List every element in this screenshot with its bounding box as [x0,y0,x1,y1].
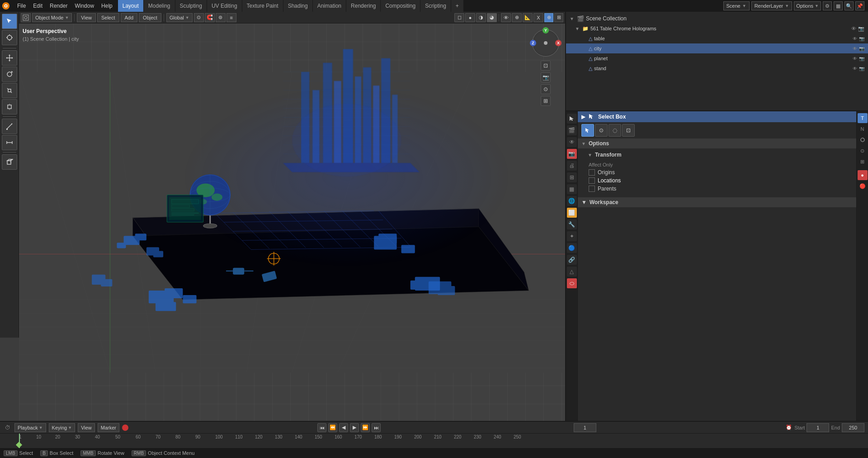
record-button[interactable] [122,425,128,431]
tool-prop-constraints-icon[interactable]: 🔗 [567,255,577,265]
annotate-tool[interactable] [2,119,17,134]
outliner-sci-collection[interactable]: ▼ 📁 561 Table Chrome Holograms 👁 📷 [566,24,868,33]
select-tool[interactable] [2,14,17,29]
options-btn[interactable]: Options ▼ [794,1,821,10]
transform-section-header[interactable]: ▼ Transform [585,150,853,159]
tab-shading[interactable]: Shading [283,0,312,12]
editor-type-icon[interactable]: ⚙ [823,1,832,10]
shelf-icon-5[interactable]: ● [858,170,868,180]
timeline-view-menu[interactable]: View [78,423,95,432]
nav-gizmo[interactable]: X Y Z [530,27,561,59]
planet-render[interactable]: 📷 [859,56,864,61]
shelf-icon-6[interactable]: 🔴 [858,181,868,191]
go-to-start-btn[interactable]: ⏮ [317,423,326,432]
timeline-editor-icon[interactable]: ⏱ [4,424,12,432]
play-btn[interactable]: ▶ [350,423,359,432]
keying-dropdown[interactable]: Keying ▼ [49,423,75,432]
viewport-editor-icon[interactable] [21,13,31,22]
city-render[interactable]: 📷 [859,46,864,51]
tool-prop-view-icon[interactable]: 👁 [567,137,577,147]
proportional-editing-btn[interactable]: ⊚ [216,13,226,22]
start-frame-input[interactable]: 1 [807,423,829,432]
filter-icon[interactable]: 🔍 [844,1,854,10]
step-forward-btn[interactable]: ⏩ [361,423,370,432]
select-box-row[interactable]: ▶ Select Box [578,111,856,122]
tab-sculpting[interactable]: Sculpting [175,0,207,12]
move-tool[interactable] [2,50,17,66]
current-frame-input[interactable]: 1 [574,423,596,432]
tab-modeling[interactable]: Modeling [144,0,175,12]
tool-prop-cursor-icon[interactable] [567,114,577,124]
outliner-scene-collection[interactable]: ▼ 🎬 Scene Collection [566,14,868,24]
end-frame-input[interactable]: 250 [842,423,864,432]
grid-overlay-icon[interactable]: ⊞ [554,13,563,22]
table-render[interactable]: 📷 [859,36,864,41]
pivot-point-btn[interactable]: ⊙ [194,13,204,22]
overlay-toggle-btn[interactable]: 👁 [501,13,511,22]
solid-shading-btn[interactable]: ● [465,13,475,22]
xray-toggle-btn[interactable]: X [533,13,543,22]
locations-checkbox[interactable] [589,177,595,184]
parents-checkbox[interactable] [589,186,595,192]
outliner-table-object[interactable]: ▶ △ table 👁 📷 [566,33,868,43]
quad-view-btn[interactable]: ⊞ [541,96,551,106]
nav-y-axis[interactable]: Y [542,27,549,33]
tool-prop-modifier-icon[interactable]: 🔧 [567,219,577,229]
select-lasso-tool-btn[interactable]: ◌ [609,124,621,137]
camera-view-btn[interactable]: 📷 [541,72,551,82]
collection-visibility-icon[interactable]: 👁 [851,26,856,32]
tool-prop-data-icon[interactable]: △ [567,267,577,277]
tool-prop-scene-icon[interactable]: 🎬 [567,125,577,135]
select-extra-tool-btn[interactable]: ⊡ [622,124,635,137]
tab-compositing[interactable]: Compositing [381,0,420,12]
tool-prop-output-icon[interactable]: 🖨 [567,161,577,171]
select-circle-tool-btn[interactable]: ⊙ [595,124,608,137]
options-section-header[interactable]: ▼ Options [578,138,856,148]
shelf-icon-2[interactable] [858,135,868,145]
collection-render-icon[interactable]: 📷 [858,26,864,32]
tab-add-workspace[interactable]: + [451,0,463,12]
menu-window[interactable]: Window [71,0,98,12]
tab-animation[interactable]: Animation [313,0,346,12]
tab-uv-editing[interactable]: UV Editing [207,0,242,12]
outliner-planet-object[interactable]: ▶ △ planet 👁 📷 [566,53,868,63]
3d-viewport[interactable]: User Perspective (1) Scene Collection | … [19,24,565,421]
tool-shelf-active-icon[interactable]: T [858,113,868,123]
gizmo-toggle-btn[interactable]: ⊕ [512,13,522,22]
zoom-to-fit-btn[interactable]: ⊡ [541,61,551,71]
object-menu[interactable]: Object [139,13,161,22]
origins-checkbox[interactable] [589,169,595,176]
tab-rendering[interactable]: Rendering [346,0,380,12]
shelf-icon-3[interactable]: ⊙ [858,146,868,156]
object-mode-dropdown[interactable]: Object Mode ▼ [32,13,72,22]
tool-prop-scene-props-icon[interactable]: ▦ [567,184,577,194]
playback-dropdown[interactable]: Playback ▼ [14,423,46,432]
wireframe-shading-btn[interactable]: ◻ [454,13,464,22]
nav-z-axis[interactable]: Z [530,40,536,46]
table-visibility[interactable]: 👁 [853,36,857,41]
measure-tool[interactable] [2,135,17,150]
snap-btn[interactable]: 🧲 [205,13,215,22]
menu-file[interactable]: File [14,0,29,12]
shelf-icon-4[interactable]: ⊞ [858,157,868,167]
transform-orient-icon[interactable]: ⊕ [544,13,553,22]
tool-prop-object-icon[interactable]: ⬜ [567,208,577,218]
tab-texture-paint[interactable]: Texture Paint [242,0,283,12]
rendered-shading-btn[interactable]: ◕ [487,13,497,22]
snap-toggle-btn[interactable]: 📐 [523,13,533,22]
timeline-track-area[interactable]: 1 10 20 30 40 50 60 70 80 90 100 110 120… [0,434,868,449]
view-menu[interactable]: View [77,13,96,22]
add-menu[interactable]: Add [121,13,138,22]
select-box-tool-btn[interactable] [581,124,594,137]
outliner-stand-object[interactable]: ▶ △ stand 👁 📷 [566,63,868,73]
transform-tool[interactable] [2,99,17,114]
material-shading-btn[interactable]: ◑ [476,13,486,22]
workspace-section-header[interactable]: ▼ Workspace [578,197,856,207]
global-transform-dropdown[interactable]: Global ▼ [166,13,193,22]
tool-prop-view-layer-icon[interactable]: ⊞ [567,172,577,182]
play-reverse-btn[interactable]: ◀ [339,423,348,432]
scene-selector[interactable]: Scene ▼ [723,1,750,10]
scale-tool[interactable] [2,83,17,98]
blender-logo[interactable] [0,0,12,12]
screen-layout-icon[interactable]: ▦ [834,1,843,10]
